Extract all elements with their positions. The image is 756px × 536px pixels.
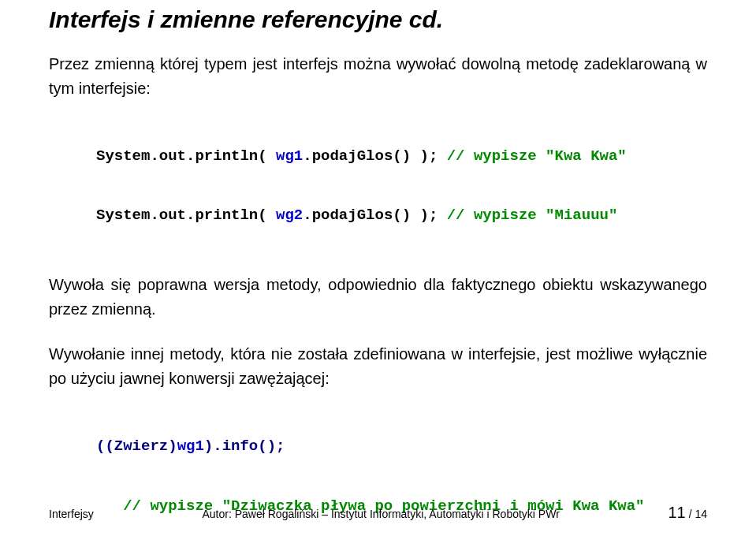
code-text: ((Zwierz) [96,437,177,455]
code-var: wg1 [276,147,303,165]
page-title: Interfejs i zmienne referencyjne cd. [49,5,707,35]
code-comment: // wypisze "Kwa Kwa" [447,147,627,165]
code-text: System.out.println( [96,147,276,165]
code-comment: // wypisze "Miauuu" [447,207,618,224]
code-var: wg1 [177,437,204,455]
code-text: ); [411,207,447,224]
code-text: .podajGlos() [303,147,411,165]
code-line: System.out.println( wg1.podajGlos() ); /… [96,147,707,166]
page-number-total: 14 [695,508,707,520]
code-block-1: System.out.println( wg1.podajGlos() ); /… [96,107,707,266]
footer-left: Interfejsy [49,508,94,520]
code-text: System.out.println( [96,207,276,224]
page-footer: Interfejsy Autor: Paweł Rogaliński – Ins… [0,504,756,522]
code-line: ((Zwierz)wg1).info(); [96,437,707,456]
footer-author: Autor: Paweł Rogaliński – Instytut Infor… [94,508,668,520]
code-text: ).info(); [204,437,285,455]
footer-page: 11 / 14 [668,504,708,522]
page-number-sep: / [686,508,695,520]
paragraph-2: Wywoła się poprawna wersja metody, odpow… [49,273,707,322]
paragraph-1: Przez zmienną której typem jest interfej… [49,52,707,101]
page-number-current: 11 [668,504,686,521]
code-var: wg2 [276,207,303,224]
code-text: ); [411,147,447,165]
code-text: .podajGlos() [303,207,411,224]
page: Interfejs i zmienne referencyjne cd. Prz… [0,0,756,536]
code-line: System.out.println( wg2.podajGlos() ); /… [96,206,707,225]
paragraph-3: Wywołanie innej metody, która nie został… [49,342,707,391]
